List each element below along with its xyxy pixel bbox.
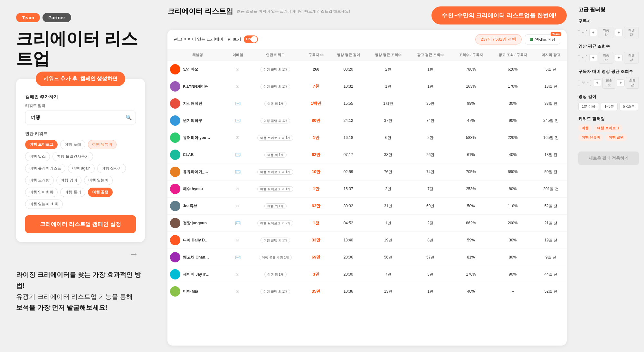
keyword-tag-7[interactable]: 여행 집싸기 (97, 164, 126, 173)
table-row[interactable]: 유어리아 you… ✉ 여행 브이로그 외 1개 1만 16:18 6만 2만 … (167, 129, 567, 146)
avg-view-max-btn[interactable]: + (615, 54, 623, 61)
view-ratio-reset-btn[interactable]: 최솟값 (602, 77, 615, 89)
table-row[interactable]: 원지의하루 ✉️ 여행 골탬 외 1개 80만 24:12 37만 74만 47… (167, 112, 567, 129)
table-row[interactable]: 지식해적단 ✉️ 여행 외 1개 1백만 15:55 1백만 35만 99% 3… (167, 95, 567, 112)
avatar-2 (170, 98, 180, 109)
channel-name-10: 다에 Daily D… (183, 238, 209, 243)
filter-subscriber-title: 구독자 (578, 18, 639, 24)
cell-email-12: ✉ (227, 266, 248, 283)
avatar-3 (170, 115, 180, 126)
cell-channel-3: 원지의하루 (167, 112, 227, 129)
keyword-tag-4[interactable]: 여행 볼밀간사춘기 (52, 152, 93, 161)
keyword-tag-0[interactable]: 여행 브이로그 (25, 140, 58, 149)
arrow-right-icon: → (129, 249, 138, 259)
cell-lastad-8: 52일 전 (535, 198, 567, 215)
apply-filter-button[interactable]: 새로운 필터 적용하기 (578, 152, 639, 165)
cell-keyword-13: 여행 골탬 외 1개 (248, 283, 303, 300)
main-content: 크리에이터 리스트업 최근 업로드 이력이 있는 크리에이터만 빠르게 리스트업… (161, 0, 573, 352)
cell-keyword-3: 여행 골탬 외 1개 (248, 112, 303, 129)
subscriber-min-btn[interactable]: + (589, 29, 597, 36)
email-icon-9: ✉️ (235, 220, 241, 226)
email-icon-0: ✉ (236, 67, 240, 72)
cell-avglen-5: 07:17 (329, 146, 367, 163)
keyword-tag-13[interactable]: 여행 골탬 (88, 188, 113, 197)
subs-8: 63만 (312, 203, 320, 208)
subs-9: 1천 (313, 220, 319, 225)
len-btn-0[interactable]: 1분 이하 (578, 102, 599, 111)
campaign-setup-button[interactable]: 크리에이터 리스트업 캠페인 설정 (25, 215, 136, 233)
table-row[interactable]: Joe튜브 ✉ 여행 외 1개 63만 30:32 31만 69만 50% 11… (167, 198, 567, 215)
cell-avgview-6: 76만 (367, 163, 409, 181)
cell-channel-9: 정짱 jungyun (167, 215, 227, 232)
keyword-tag-12[interactable]: 여행 플리 (60, 188, 85, 197)
view-ratio-max-btn[interactable]: + (617, 79, 625, 86)
keyword-tag-1[interactable]: 여행 노래 (60, 140, 85, 149)
cell-avgview-2: 1백만 (367, 95, 409, 112)
subs-5: 62만 (312, 152, 320, 157)
kw-filter-tag-2[interactable]: 여행 유튜버 (578, 134, 603, 141)
cell-adview-4: 2만 (409, 129, 451, 146)
len-btn-2[interactable]: 5~15분 (620, 102, 638, 111)
keyword-tag-3[interactable]: 여행 밀스 (25, 152, 50, 161)
keyword-tag-6[interactable]: 여행 again (68, 164, 95, 173)
subs-6: 10만 (312, 169, 320, 174)
cell-avgview-12: 7만 (367, 266, 409, 283)
cell-avglen-6: 02:59 (329, 163, 367, 181)
keyword-tag-2[interactable]: 여행 유튜버 (88, 140, 117, 149)
team-badge[interactable]: Team (16, 13, 40, 22)
keyword-tag-11[interactable]: 여행 영어회화 (25, 188, 58, 197)
email-icon-2: ✉️ (235, 101, 241, 106)
keyword-tag-8[interactable]: 여행 노래방 (25, 176, 54, 185)
table-row[interactable]: 해수 hyesu ✉ 여행 브이로그 외 1개 1만 15:37 2만 7천 2… (167, 181, 567, 198)
search-icon-button[interactable]: 🔍 (126, 114, 132, 121)
avg-view-reset-btn[interactable]: 최솟값 (599, 52, 613, 64)
keyword-input[interactable] (25, 111, 136, 124)
table-row[interactable]: 제어비 JayTr… ✉ 여행 외 1개 3만 20:00 7만 3만 176%… (167, 266, 567, 283)
ad-toggle-switch[interactable]: ON (244, 35, 258, 43)
right-panel: 고급 필터링 구독자 -- ~ -- + 최솟값 + 최댓값 영상 평균 조회수… (573, 0, 644, 352)
avatar-1 (170, 81, 180, 92)
cell-avgview-4: 6만 (367, 129, 409, 146)
subscriber-max-btn[interactable]: + (615, 29, 623, 36)
table-row[interactable]: 유유타이거_… ✉️ 여행 브이로그 외 1개 10만 02:59 76만 74… (167, 163, 567, 181)
cell-subs-5: 62만 (303, 146, 329, 163)
left-panel: Team Partner 크리에이터 리스트업 키워드 추가 후, 캠페인 생성… (0, 0, 161, 352)
subscriber-max-reset-btn[interactable]: 최댓값 (624, 27, 639, 38)
table-row[interactable]: 정짱 jungyun ✉️ 여행 브이로그 외 2개 1천 04:52 1만 2… (167, 215, 567, 232)
cell-adview-0: 1천 (409, 61, 451, 78)
campaign-box: 키워드 추가 후, 캠페인 생성하면 캠페인 추가하기 키워드 입력 🔍 연관 … (16, 79, 145, 242)
table-row[interactable]: CLAB ✉️ 여행 외 1개 62만 07:17 38만 26만 61% 40… (167, 146, 567, 163)
avg-view-min-btn[interactable]: + (589, 54, 597, 61)
cell-avgview-13: 13만 (367, 283, 409, 300)
cell-adview-10: 8만 (409, 232, 451, 249)
keyword-tag-9[interactable]: 여행 영어 (56, 176, 81, 185)
keyword-tag-10[interactable]: 여행 일본어 (84, 176, 113, 185)
keyword-tag-14[interactable]: 여행 일본어 회화 (25, 200, 63, 209)
cell-avglen-12: 20:00 (329, 266, 367, 283)
avg-view-max-reset-btn[interactable]: 최댓값 (624, 52, 639, 64)
kw-filter-tag-3[interactable]: 여행 골탬 (605, 134, 627, 141)
keyword-tag-2: 여행 외 1개 (264, 101, 287, 106)
promo-banner[interactable]: 수천~수만의 크리에이터 리스트업을 한번에! (431, 6, 567, 24)
email-icon-13: ✉ (236, 289, 240, 294)
cell-lastad-9: 21일 전 (535, 215, 567, 232)
subscriber-reset-btn[interactable]: 최솟값 (599, 27, 613, 38)
table-row[interactable]: 채코채 Chan… ✉️ 여행 유튜버 외 1개 69만 20:06 56만 5… (167, 249, 567, 266)
kw-filter-tag-0[interactable]: 여행 (578, 124, 592, 132)
view-ratio-max-reset-btn[interactable]: 최댓값 (626, 77, 639, 89)
cell-subs-13: 35만 (303, 283, 329, 300)
kw-filter-tag-1[interactable]: 여행 브이로그 (594, 124, 622, 132)
cell-viewrate-0: 788% (451, 61, 490, 78)
th-keyword: 연관 키워드 (248, 49, 303, 61)
excel-save-button[interactable]: ▦ 엑셀로 저장 Team (525, 34, 560, 44)
len-btn-1[interactable]: 1~5분 (601, 102, 618, 111)
keyword-tag-5[interactable]: 여행 플레이리스트 (25, 164, 65, 173)
table-row[interactable]: 미아 Mia ✉ 여행 골탬 외 1개 35만 10:36 13만 1만 40%… (167, 283, 567, 300)
table-row[interactable]: 다에 Daily D… ✉ 여행 골탬 외 1개 33만 13:40 19만 8… (167, 232, 567, 249)
view-ratio-min-btn[interactable]: + (593, 79, 601, 86)
table-row[interactable]: K.LYNN케이린 ✉ 여행 골탬 외 1개 7천 10:32 1만 1만 16… (167, 78, 567, 95)
table-row[interactable]: 알리바오 ✉ 여행 골탬 외 1개 260 03:20 2천 1천 788% 6… (167, 61, 567, 78)
channel-name-5: CLAB (183, 152, 194, 157)
partner-badge[interactable]: Partner (43, 13, 71, 22)
bottom-text: 라이징 크리에이터를 찾는 가장 효과적인 방법! 유광기 크리에이터 리스트업… (16, 269, 145, 313)
